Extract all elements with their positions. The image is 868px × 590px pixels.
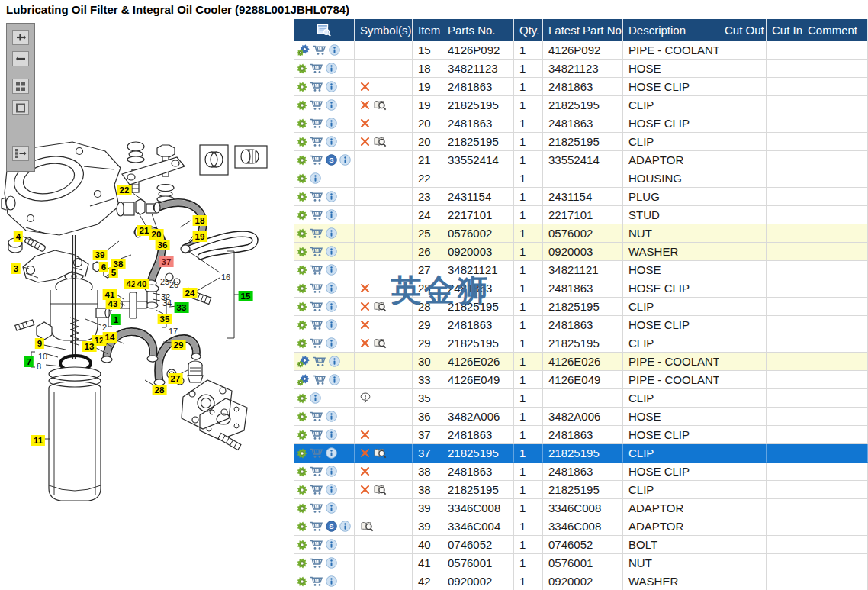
cart-icon[interactable]	[310, 447, 323, 459]
cart-icon[interactable]	[310, 502, 323, 514]
table-row[interactable]: 41057600110576001NUT	[294, 554, 868, 572]
col-header-cut-out[interactable]: Cut Out	[719, 19, 767, 41]
col-header-parts-no[interactable]: Parts No.	[442, 19, 514, 41]
diagram-label[interactable]: 9	[35, 338, 44, 349]
tile-view-button[interactable]	[12, 79, 29, 94]
col-header-item[interactable]: Item	[413, 19, 442, 41]
cart-icon[interactable]	[310, 209, 323, 221]
cart-icon[interactable]	[310, 575, 323, 587]
cart-icon[interactable]	[310, 282, 323, 294]
cart-icon[interactable]	[310, 411, 323, 422]
diagram-label[interactable]: 13	[82, 341, 97, 352]
info-icon[interactable]	[310, 172, 321, 184]
info-icon[interactable]	[326, 264, 337, 276]
gear-icon[interactable]	[297, 393, 307, 404]
diagram-label[interactable]: 43	[106, 298, 121, 309]
diagram-label[interactable]: 5	[109, 267, 118, 278]
gear-icon[interactable]	[297, 100, 307, 111]
diagram-label[interactable]: 20	[149, 229, 164, 240]
diagram-label[interactable]: 7	[24, 356, 34, 367]
zoom-out-button[interactable]	[12, 51, 29, 66]
info-icon[interactable]	[326, 429, 337, 440]
diagram-label[interactable]: 36	[156, 240, 170, 250]
gear-icon[interactable]	[297, 466, 307, 477]
gear-icon[interactable]	[297, 155, 307, 166]
table-row[interactable]: S393346C00413346C008ADAPTOR	[294, 517, 868, 536]
table-row[interactable]: 29248186312481863HOSE CLIP	[294, 316, 868, 334]
gear-icon[interactable]	[297, 503, 307, 514]
info-icon[interactable]	[326, 209, 337, 221]
gear-icon[interactable]	[297, 540, 307, 550]
cart-icon[interactable]	[310, 136, 323, 147]
double-gear-icon[interactable]	[297, 44, 310, 56]
fit-view-button[interactable]	[12, 100, 29, 115]
gear-icon[interactable]	[297, 173, 307, 184]
table-row[interactable]: 28248186312481863HOSE CLIP	[294, 279, 868, 298]
table-row[interactable]: 40074605210746052BOLT	[294, 536, 868, 554]
table-row[interactable]: 38248186312481863HOSE CLIP	[294, 463, 868, 481]
gear-icon[interactable]	[297, 576, 307, 587]
book-lookup-icon[interactable]	[373, 447, 387, 459]
book-lookup-icon[interactable]	[373, 99, 387, 111]
gear-icon[interactable]	[297, 521, 307, 532]
info-icon[interactable]	[326, 246, 337, 257]
diagram-label[interactable]: 11	[31, 435, 45, 446]
info-icon[interactable]	[326, 484, 337, 495]
info-icon[interactable]	[326, 227, 337, 239]
info-icon[interactable]	[329, 44, 340, 56]
cart-icon[interactable]	[310, 246, 323, 257]
gear-icon[interactable]	[297, 118, 307, 129]
info-icon[interactable]	[326, 575, 337, 587]
table-row[interactable]: 3721825195121825195CLIP	[294, 444, 868, 463]
col-header-qty[interactable]: Qty.	[514, 19, 543, 41]
gear-icon[interactable]	[297, 228, 307, 239]
col-header-latest-part-no[interactable]: Latest Part No.	[543, 19, 623, 41]
info-icon[interactable]	[326, 337, 337, 349]
cart-icon[interactable]	[310, 99, 323, 111]
info-icon[interactable]	[326, 63, 337, 74]
cart-icon[interactable]	[310, 227, 323, 239]
info-icon[interactable]	[329, 374, 340, 385]
diagram-label[interactable]: 29	[172, 340, 186, 350]
table-row[interactable]: 334126E04914126E049PIPE - COOLANT	[294, 371, 868, 389]
s-icon[interactable]: S	[326, 521, 337, 532]
info-icon[interactable]	[326, 447, 337, 459]
book-lookup-icon[interactable]	[373, 484, 387, 496]
table-row[interactable]: 24221710112217101STUD	[294, 206, 868, 224]
table-row[interactable]: 221HOUSING	[294, 169, 868, 188]
table-row[interactable]: 25057600210576002NUT	[294, 224, 868, 243]
info-icon[interactable]	[326, 319, 337, 330]
table-row[interactable]: 1921825195121825195CLIP	[294, 96, 868, 114]
gear-icon[interactable]	[297, 558, 307, 569]
table-row[interactable]: 1834821123134821123HOSE	[294, 60, 868, 78]
table-row[interactable]: 393346C00813346C008ADAPTOR	[294, 499, 868, 517]
table-row[interactable]: 26092000310920003WASHER	[294, 243, 868, 261]
cart-icon[interactable]	[310, 63, 323, 74]
gear-icon[interactable]	[297, 301, 307, 312]
gear-icon[interactable]	[297, 283, 307, 294]
diagram-label[interactable]: 15	[239, 291, 253, 301]
table-row[interactable]: 2921825195121825195CLIP	[294, 334, 868, 353]
gear-icon[interactable]	[297, 63, 307, 74]
cart-icon[interactable]	[310, 264, 323, 276]
s-icon[interactable]: S	[326, 154, 337, 166]
col-header-description[interactable]: Description	[623, 19, 719, 41]
cart-icon[interactable]	[310, 154, 323, 166]
info-icon[interactable]	[326, 99, 337, 111]
diagram-label[interactable]: 22	[117, 185, 132, 195]
diagram-label[interactable]: 3	[11, 263, 21, 274]
book-lookup-icon[interactable]	[373, 301, 387, 313]
zoom-in-button[interactable]	[12, 30, 29, 45]
cart-icon[interactable]	[313, 44, 326, 56]
info-icon[interactable]	[326, 411, 337, 422]
diagram-label[interactable]: 18	[193, 215, 207, 226]
gear-icon[interactable]	[297, 430, 307, 440]
info-icon[interactable]	[326, 557, 337, 569]
toggle-panel-button[interactable]	[12, 146, 29, 161]
gear-icon[interactable]	[297, 210, 307, 221]
diagram-label[interactable]: 39	[93, 250, 108, 260]
table-row[interactable]: 351CLIP	[294, 389, 868, 408]
gear-icon[interactable]	[297, 82, 307, 92]
book-lookup-icon[interactable]	[360, 521, 374, 533]
cart-icon[interactable]	[313, 356, 326, 367]
